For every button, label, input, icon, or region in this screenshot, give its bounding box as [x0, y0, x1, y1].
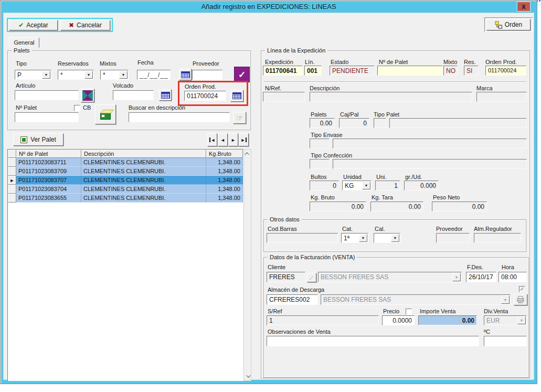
lin-value[interactable]: 001	[304, 66, 322, 76]
otros-proveedor-input[interactable]	[436, 233, 470, 243]
table-scrollbar[interactable]	[243, 149, 251, 381]
cell-kg[interactable]: 1,348.00	[206, 176, 243, 185]
precio-input[interactable]: 0.0000	[382, 315, 415, 325]
cliente-code-input[interactable]: FRERES	[267, 272, 305, 282]
tipo-label: Tipo	[16, 60, 27, 67]
palet-box-button[interactable]	[95, 104, 116, 124]
otros-proveedor-label: Proveedor	[436, 226, 463, 232]
nav-next-button[interactable]: ►	[228, 133, 238, 146]
grud-input[interactable]: 0.000	[404, 181, 439, 190]
proveedor-filter-input[interactable]	[192, 70, 222, 80]
precio-checkbox[interactable]	[406, 309, 412, 315]
estado-value: PENDIENTE	[330, 66, 375, 76]
tipo-envase-desc-input[interactable]	[333, 139, 527, 149]
kg-tara-input[interactable]: 0.00	[370, 202, 423, 211]
cell-palet[interactable]: P01171023083709	[16, 167, 81, 176]
tipo-palet-desc-input[interactable]	[389, 118, 527, 128]
articulo-lookup-button[interactable]	[81, 89, 94, 102]
cod-barras-input[interactable]	[267, 233, 338, 243]
importe-venta-input[interactable]: 0.00	[418, 315, 477, 325]
fecha-calendar-button[interactable]	[179, 69, 192, 80]
fecha-input[interactable]: __/__/__	[137, 70, 171, 80]
expedicion-value[interactable]: 011700641	[263, 66, 303, 76]
uni-input[interactable]: 1	[375, 181, 400, 190]
cell-palet[interactable]: P01171023083707	[16, 176, 81, 185]
cell-desc[interactable]: CLEMENTINES CLEMENRUBI.	[81, 167, 206, 176]
cal-dropdown-arrow-icon[interactable]: ▼	[391, 234, 399, 242]
buscar-go-button[interactable]: ☞	[233, 112, 246, 124]
cancel-button[interactable]: ✖ Cancelar	[60, 20, 110, 30]
cell-desc[interactable]: CLEMENTINES CLEMENRUBI.	[81, 158, 206, 167]
nav-first-button[interactable]: ◄	[207, 133, 217, 146]
tab-general[interactable]: General	[9, 37, 39, 48]
tipo-palet-code-input[interactable]	[374, 118, 386, 128]
cell-palet[interactable]: P01171023083704	[16, 185, 81, 194]
scroll-down-button[interactable]	[244, 372, 251, 380]
nav-last-button[interactable]: ►	[239, 133, 249, 146]
tipo-confeccion-desc-input[interactable]	[333, 159, 527, 169]
cell-palet[interactable]: P01171023083711	[16, 158, 81, 167]
bultos-input[interactable]: 0	[310, 181, 339, 190]
observaciones-input[interactable]	[267, 336, 479, 346]
volcado-input[interactable]	[113, 90, 154, 100]
close-button[interactable]: X	[517, 2, 531, 12]
proveedor-check-button[interactable]: ✓	[234, 67, 250, 82]
marca-input[interactable]	[476, 92, 527, 102]
cajpal-input[interactable]: 0	[339, 118, 369, 128]
cell-kg[interactable]: 1,348.00	[206, 167, 243, 176]
dialog-titlebar[interactable]: Añadir registro en EXPEDICIONES: LíNEAS	[1, 1, 537, 13]
scroll-up-button[interactable]	[244, 150, 251, 158]
nav-prev-button[interactable]: ◄	[218, 133, 228, 146]
nref-input[interactable]	[263, 92, 305, 102]
col-header-kg[interactable]: Kg.Bruto	[206, 150, 243, 158]
almacen-code-input[interactable]: CFRERES002	[267, 294, 318, 305]
volcado-calendar-button[interactable]	[159, 89, 172, 101]
cat-dropdown-arrow-icon[interactable]: ▼	[359, 234, 367, 242]
linea-orden-prod-value[interactable]: 011700024	[485, 66, 526, 76]
accept-button[interactable]: ✔ Aceptar	[9, 20, 58, 30]
cell-kg[interactable]: 1,348.00	[206, 185, 243, 194]
fdes-input[interactable]: 26/10/17	[466, 272, 496, 282]
descripcion-input[interactable]	[310, 92, 472, 102]
print-button[interactable]	[514, 294, 527, 305]
kg-bruto-input[interactable]: 0.00	[310, 202, 366, 211]
descripcion-label: Descripción	[310, 85, 340, 91]
cell-kg[interactable]: 1,348.00	[206, 194, 243, 203]
reservados-dropdown-arrow-icon[interactable]: ▼	[84, 71, 93, 79]
cell-palet[interactable]: P01171023083655	[16, 194, 81, 203]
scroll-down-icon	[246, 373, 250, 377]
orden-button[interactable]: Orden	[486, 19, 531, 30]
cb-checkbox[interactable]	[74, 105, 80, 111]
hora-input[interactable]: 08:00	[498, 272, 527, 282]
col-header-desc[interactable]: Descripción	[81, 150, 206, 158]
cell-desc[interactable]: CLEMENTINES CLEMENRUBI.	[81, 194, 206, 203]
reservados-select[interactable]: * ▼	[58, 70, 94, 80]
mixtos-dropdown-arrow-icon[interactable]: ▼	[119, 71, 128, 79]
num-palet-input[interactable]	[15, 112, 79, 122]
cell-desc[interactable]: CLEMENTINES CLEMENRUBI.	[81, 185, 206, 194]
unidad-dropdown-arrow-icon[interactable]: ▼	[362, 182, 370, 189]
cal-select[interactable]: ▼	[374, 233, 400, 243]
cell-kg[interactable]: 1,348.00	[206, 158, 243, 167]
articulo-input[interactable]	[15, 90, 79, 100]
cat-select[interactable]: 1ª ▼	[341, 233, 368, 243]
alm-regulador-input[interactable]	[474, 233, 521, 243]
palets-count-input[interactable]: 0.00	[310, 118, 335, 128]
peso-neto-input[interactable]: 0.00	[432, 202, 487, 211]
tipo-confeccion-code-input[interactable]	[310, 159, 330, 169]
buscar-descripcion-input[interactable]	[129, 112, 230, 122]
col-header-palet[interactable]: Nº de Palet	[16, 150, 81, 158]
accept-check-icon: ✔	[18, 22, 24, 29]
cliente-lookup-button[interactable]	[307, 273, 316, 282]
sref-input[interactable]: 1	[267, 315, 379, 325]
tipo-select[interactable]: P ▼	[15, 70, 51, 80]
ver-palet-button[interactable]: Ver Palet	[13, 133, 63, 146]
linea-num-palet-value[interactable]	[377, 66, 443, 76]
temperatura-input[interactable]	[484, 336, 527, 346]
tipo-envase-code-input[interactable]	[310, 139, 330, 149]
tipo-dropdown-arrow-icon[interactable]: ▼	[42, 71, 50, 79]
divider	[263, 81, 526, 82]
mixtos-select[interactable]: * ▼	[100, 70, 129, 80]
unidad-select[interactable]: KG ▼	[342, 181, 372, 190]
cell-desc[interactable]: CLEMENTINES CLEMENRUBI.	[81, 176, 206, 185]
